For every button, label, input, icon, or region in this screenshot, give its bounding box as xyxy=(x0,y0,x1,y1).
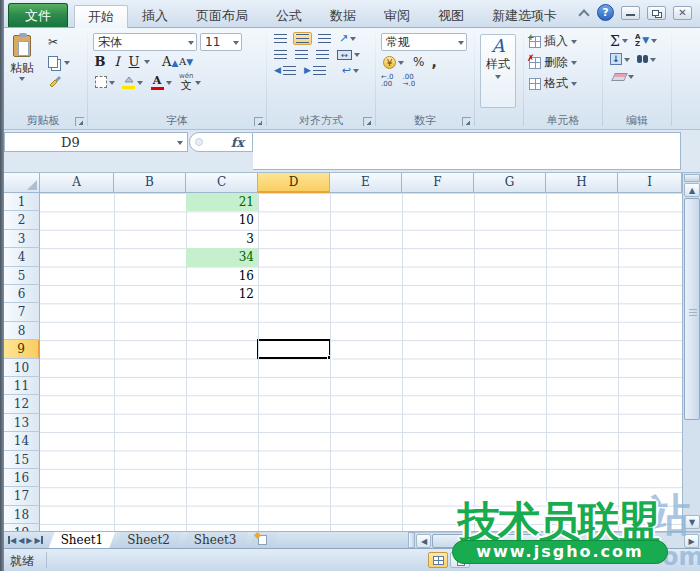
clipboard-dialog-launcher[interactable] xyxy=(75,117,84,126)
align-top-button[interactable] xyxy=(272,33,289,44)
grow-font-button[interactable]: A▲ xyxy=(162,54,176,69)
tab-新建选项卡[interactable]: 新建选项卡 xyxy=(478,4,571,27)
tab-审阅[interactable]: 审阅 xyxy=(370,4,424,27)
column-header-F[interactable]: F xyxy=(402,173,474,193)
cell-C2[interactable]: 10 xyxy=(186,211,258,229)
underline-button[interactable]: U xyxy=(127,54,141,69)
font-color-button[interactable]: A xyxy=(148,74,174,91)
wrap-text-button[interactable]: ↩ xyxy=(340,64,361,77)
row-header-13[interactable]: 13 xyxy=(4,414,40,432)
restore-button[interactable] xyxy=(647,6,666,20)
insert-function-button[interactable]: fx xyxy=(189,132,253,152)
align-middle-button[interactable] xyxy=(293,32,312,45)
column-header-E[interactable]: E xyxy=(330,173,402,193)
increase-indent-button[interactable]: ▶ xyxy=(302,65,328,76)
minimize-button[interactable] xyxy=(621,6,640,20)
tab-数据[interactable]: 数据 xyxy=(316,4,370,27)
fill-color-button[interactable] xyxy=(120,75,145,90)
last-sheet-button[interactable]: ▶ xyxy=(34,536,42,545)
split-handle[interactable] xyxy=(684,174,700,182)
number-format-combo[interactable]: 常规 xyxy=(381,33,467,51)
cell-C1[interactable]: 21 xyxy=(186,193,258,211)
font-name-combo[interactable]: 宋体 xyxy=(93,33,197,51)
shrink-font-button[interactable]: A▼ xyxy=(179,56,193,67)
close-button[interactable]: ✕ xyxy=(673,6,692,20)
vertical-scroll-thumb[interactable] xyxy=(684,198,700,420)
row-header-7[interactable]: 7 xyxy=(4,303,40,321)
clear-button[interactable] xyxy=(608,70,636,83)
row-header-5[interactable]: 5 xyxy=(4,267,40,285)
row-header-17[interactable]: 17 xyxy=(4,487,40,505)
column-header-I[interactable]: I xyxy=(618,173,682,193)
row-header-16[interactable]: 16 xyxy=(4,469,40,487)
sheet-tab-Sheet2[interactable]: Sheet2 xyxy=(115,532,182,548)
paste-button[interactable]: 粘贴 xyxy=(4,34,40,96)
column-header-A[interactable]: A xyxy=(40,173,114,193)
column-header-D[interactable]: D xyxy=(258,173,330,193)
insert-worksheet-button[interactable] xyxy=(248,532,278,548)
decrease-indent-button[interactable]: ◀ xyxy=(272,65,298,76)
tab-公式[interactable]: 公式 xyxy=(262,4,316,27)
prev-sheet-button[interactable]: ◀ xyxy=(18,536,24,545)
scroll-down-button[interactable]: ▼ xyxy=(684,515,700,529)
align-bottom-button[interactable] xyxy=(316,33,333,44)
border-button[interactable] xyxy=(93,75,117,89)
row-header-19[interactable]: 19 xyxy=(4,524,40,531)
increase-decimal-button[interactable]: ←.0.00 xyxy=(381,74,394,88)
orientation-button[interactable]: ↗ xyxy=(337,32,358,45)
sort-filter-button[interactable]: AZ▼ xyxy=(633,33,659,48)
font-dialog-launcher[interactable] xyxy=(254,117,263,126)
vertical-scrollbar[interactable]: ▲ ▲▼ ▲ ▼ xyxy=(682,130,700,531)
align-right-button[interactable] xyxy=(314,49,331,60)
row-header-10[interactable]: 10 xyxy=(4,359,40,377)
next-sheet-button[interactable]: ▶ xyxy=(26,536,32,545)
cell-C4[interactable]: 34 xyxy=(186,248,258,266)
percent-format-button[interactable]: % xyxy=(413,55,424,69)
decrease-decimal-button[interactable]: .00→.0 xyxy=(403,74,416,88)
column-header-C[interactable]: C xyxy=(186,173,258,193)
grid-cells[interactable] xyxy=(40,193,682,531)
normal-view-button[interactable] xyxy=(428,552,448,568)
format-cells-button[interactable]: 格式 xyxy=(529,75,597,92)
row-header-9[interactable]: 9 xyxy=(4,340,40,358)
row-header-8[interactable]: 8 xyxy=(4,322,40,340)
tab-split-handle[interactable] xyxy=(408,532,415,548)
autosum-button[interactable]: Σ xyxy=(608,34,630,48)
row-header-11[interactable]: 11 xyxy=(4,377,40,395)
fill-button[interactable]: ↓ xyxy=(608,52,632,66)
number-dialog-launcher[interactable] xyxy=(462,117,471,126)
column-header-G[interactable]: G xyxy=(474,173,546,193)
formula-input[interactable] xyxy=(253,132,681,170)
currency-format-button[interactable]: ¥ xyxy=(381,55,406,70)
active-cell[interactable] xyxy=(257,339,331,358)
comma-format-button[interactable]: , xyxy=(431,54,436,70)
merge-center-button[interactable]: ↔ xyxy=(335,48,362,61)
column-header-H[interactable]: H xyxy=(546,173,618,193)
scroll-left-button[interactable]: ◀ xyxy=(416,534,431,548)
sheet-tab-Sheet1[interactable]: Sheet1 xyxy=(49,532,116,548)
row-header-15[interactable]: 15 xyxy=(4,451,40,469)
styles-button[interactable]: A 样式 xyxy=(480,34,516,108)
tab-开始[interactable]: 开始 xyxy=(74,5,128,28)
file-tab[interactable]: 文件 xyxy=(8,3,68,27)
name-box[interactable]: D9 xyxy=(4,132,188,152)
scroll-right-button[interactable]: ▶ xyxy=(684,534,699,548)
phonetic-guide-button[interactable]: wén 文 xyxy=(177,72,203,92)
bold-button[interactable]: B xyxy=(93,54,107,69)
row-header-2[interactable]: 2 xyxy=(4,211,40,229)
tab-页面布局[interactable]: 页面布局 xyxy=(182,4,262,27)
row-header-1[interactable]: 1 xyxy=(4,193,40,211)
row-header-18[interactable]: 18 xyxy=(4,506,40,524)
help-button[interactable]: ? xyxy=(597,4,614,21)
row-header-3[interactable]: 3 xyxy=(4,230,40,248)
sheet-tab-Sheet3[interactable]: Sheet3 xyxy=(182,532,249,548)
insert-cells-button[interactable]: + 插入 xyxy=(529,33,597,50)
cell-C5[interactable]: 16 xyxy=(186,267,258,285)
cell-C3[interactable]: 3 xyxy=(186,230,258,248)
format-painter-button[interactable] xyxy=(46,74,72,89)
scroll-up-button[interactable]: ▲ xyxy=(684,183,700,197)
delete-cells-button[interactable]: ✗ 删除 xyxy=(529,54,597,71)
row-header-4[interactable]: 4 xyxy=(4,248,40,266)
page-layout-view-button[interactable] xyxy=(450,552,470,568)
cell-C6[interactable]: 12 xyxy=(186,285,258,303)
